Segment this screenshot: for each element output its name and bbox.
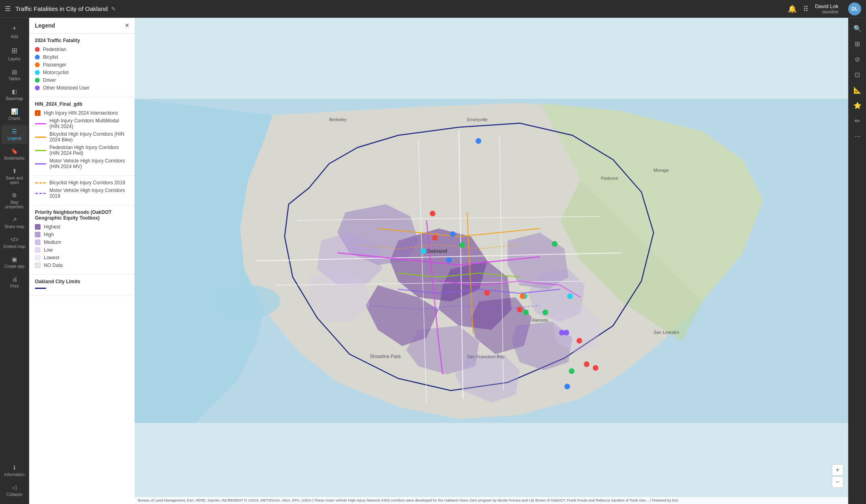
sidebar-item-legend[interactable]: ☰ Legend bbox=[2, 125, 28, 144]
filter-button[interactable]: ⊘ bbox=[850, 52, 865, 66]
sidebar-item-layers[interactable]: ⊞ Layers bbox=[2, 43, 28, 64]
sidebar-item-embed-label: Embed map bbox=[4, 244, 26, 249]
legend-item-low: Low bbox=[35, 247, 129, 253]
sidebar-item-information-label: Information bbox=[4, 472, 24, 477]
city-boundary-line-icon bbox=[35, 288, 46, 289]
map-label-emeryville: Emeryville bbox=[467, 117, 488, 122]
map-canvas[interactable]: Berkeley Emeryville Oakland Alameda Pied… bbox=[135, 18, 848, 504]
legend-icon: ☰ bbox=[12, 128, 17, 135]
motorcyclist-dot-icon bbox=[35, 70, 40, 75]
sidebar-item-collapse-label: Collapse bbox=[6, 492, 22, 497]
mv-hin18-label: Motor Vehicle High Injury Corridors 2018 bbox=[49, 188, 129, 199]
edit-title-icon[interactable]: ✎ bbox=[111, 6, 116, 12]
legend-item-hin-intersections: i High Injury HIN 2024 Intersections bbox=[35, 110, 129, 116]
high-square-icon bbox=[35, 232, 41, 237]
other-motorized-dot-icon bbox=[35, 85, 40, 90]
bike-hin18-label: Bicyclist High Injury Corridors 2018 bbox=[49, 180, 125, 186]
basemap-icon: ◧ bbox=[12, 88, 17, 95]
sidebar-item-collapse[interactable]: ◁ Collapse bbox=[2, 481, 28, 500]
legend-item-ped-hin24: Pedestrian High Injury Corridors (HIN 20… bbox=[35, 145, 129, 156]
sidebar-item-legend-label: Legend bbox=[8, 136, 21, 141]
low-label: Low bbox=[44, 247, 53, 253]
layers-vis-button[interactable]: ⊞ bbox=[850, 36, 865, 51]
driver-dot-icon bbox=[35, 78, 40, 83]
save-icon: ⬆ bbox=[12, 168, 17, 174]
zoom-in-button[interactable]: + bbox=[832, 464, 843, 476]
sidebar-item-basemap[interactable]: ◧ Basemap bbox=[2, 85, 28, 104]
fatality-dot-driver-4 bbox=[552, 241, 557, 247]
hin-intersections-label: High Injury HIN 2024 Intersections bbox=[44, 110, 118, 116]
legend-section-hin2018: Bicyclist High Injury Corridors 2018 Mot… bbox=[29, 176, 135, 205]
map-label-showline-park: Showline Park bbox=[370, 354, 401, 359]
top-actions: 🔔 ⠿ David Lok davidlok DL bbox=[788, 2, 861, 15]
user-name: David Lok bbox=[815, 3, 838, 9]
sidebar-item-print[interactable]: 🖨 Print bbox=[2, 273, 28, 292]
more-tools-button[interactable]: ⋯ bbox=[850, 129, 865, 143]
legend-section-priority-title: Priority Neighborhoods (OakDOT Geographi… bbox=[35, 209, 129, 221]
sidebar-item-add[interactable]: + Add bbox=[2, 21, 28, 42]
fatality-dot-driver-2 bbox=[523, 310, 529, 315]
sidebar-item-layers-label: Layers bbox=[8, 57, 20, 61]
map-label-moraga: Moraga bbox=[654, 168, 669, 173]
legend-item-pedestrian: Pedestrian bbox=[35, 47, 129, 52]
add-icon: + bbox=[12, 24, 17, 33]
sidebar-item-tables[interactable]: ▤ Tables bbox=[2, 65, 28, 84]
fatality-dot-moto-1 bbox=[420, 248, 426, 254]
bay-inlet bbox=[216, 285, 281, 318]
apps-grid-icon[interactable]: ⠿ bbox=[803, 4, 808, 13]
sidebar-item-charts[interactable]: 📊 Charts bbox=[2, 105, 28, 124]
sidebar-item-bookmarks[interactable]: 🔖 Bookmarks bbox=[2, 145, 28, 164]
lowest-label: Lowest bbox=[44, 255, 59, 261]
legend-close-button[interactable]: × bbox=[125, 22, 129, 29]
legend-item-bike-hin18: Bicyclist High Injury Corridors 2018 bbox=[35, 180, 129, 186]
sidebar-item-save[interactable]: ⬆ Save and open bbox=[2, 164, 28, 188]
medium-square-icon bbox=[35, 239, 41, 245]
bike-hin24-line-icon bbox=[35, 137, 46, 138]
select-button[interactable]: ⊡ bbox=[850, 67, 865, 82]
fatality-dot-ped-4 bbox=[517, 307, 523, 312]
sidebar-item-map-properties-label: Map properties bbox=[3, 200, 26, 209]
ped-hin24-line-icon bbox=[35, 150, 46, 151]
pedestrian-label: Pedestrian bbox=[43, 47, 66, 52]
sidebar-item-embed[interactable]: </> Embed map bbox=[2, 233, 28, 252]
fatality-dot-ped-5 bbox=[577, 338, 582, 344]
sidebar-item-share-map[interactable]: ↗ Share map bbox=[2, 213, 28, 232]
fatality-dot-pass-1 bbox=[520, 293, 525, 299]
sidebar-item-create-app[interactable]: ▣ Create app bbox=[2, 253, 28, 272]
search-tool-button[interactable]: 🔍 bbox=[850, 21, 865, 36]
no-data-label: NO Data bbox=[44, 263, 63, 268]
legend-panel: Legend × 2024 Traffic Fatality Pedestria… bbox=[29, 18, 135, 504]
lowest-square-icon bbox=[35, 255, 41, 261]
passenger-label: Passenger bbox=[43, 62, 66, 68]
map-label-berkeley: Berkeley bbox=[329, 117, 347, 122]
bicylist-label: Bicylist bbox=[43, 54, 58, 60]
map-area[interactable]: Berkeley Emeryville Oakland Alameda Pied… bbox=[135, 18, 848, 504]
legend-section-priority: Priority Neighborhoods (OakDOT Geographi… bbox=[29, 205, 135, 275]
measure-button[interactable]: 📐 bbox=[850, 83, 865, 97]
legend-section-hin2024-title: HIN_2024_Final_gdb bbox=[35, 101, 129, 107]
legend-item-motorcyclist: Motorcyclist bbox=[35, 70, 129, 75]
sidebar-item-information[interactable]: ℹ Information bbox=[2, 461, 28, 480]
edit-map-button[interactable]: ✏ bbox=[850, 113, 865, 128]
menu-icon[interactable]: ☰ bbox=[5, 5, 11, 13]
pedestrian-dot-icon bbox=[35, 47, 40, 52]
notifications-icon[interactable]: 🔔 bbox=[788, 4, 797, 13]
hin-intersection-icon: i bbox=[35, 110, 41, 116]
zoom-out-button[interactable]: − bbox=[832, 476, 843, 488]
low-square-icon bbox=[35, 247, 41, 253]
embed-icon: </> bbox=[10, 236, 18, 243]
fatality-dot-driver-3 bbox=[542, 310, 548, 315]
zoom-controls: + − bbox=[832, 464, 843, 488]
sidebar-item-save-label: Save and open bbox=[3, 176, 26, 185]
sidebar-item-map-properties[interactable]: ⚙ Map properties bbox=[2, 189, 28, 212]
star-button[interactable]: ⭐ bbox=[850, 98, 865, 113]
passenger-dot-icon bbox=[35, 62, 40, 67]
fatality-dot-ped-3 bbox=[484, 290, 490, 296]
avatar[interactable]: DL bbox=[848, 2, 861, 15]
legend-item-driver: Driver bbox=[35, 77, 129, 83]
legend-section-traffic-fatality: 2024 Traffic Fatality Pedestrian Bicylis… bbox=[29, 34, 135, 97]
layers-icon: ⊞ bbox=[11, 46, 17, 55]
motorcyclist-label: Motorcyclist bbox=[43, 70, 69, 75]
fatality-dot-bike-4 bbox=[564, 384, 570, 389]
bicylist-dot-icon bbox=[35, 55, 40, 60]
